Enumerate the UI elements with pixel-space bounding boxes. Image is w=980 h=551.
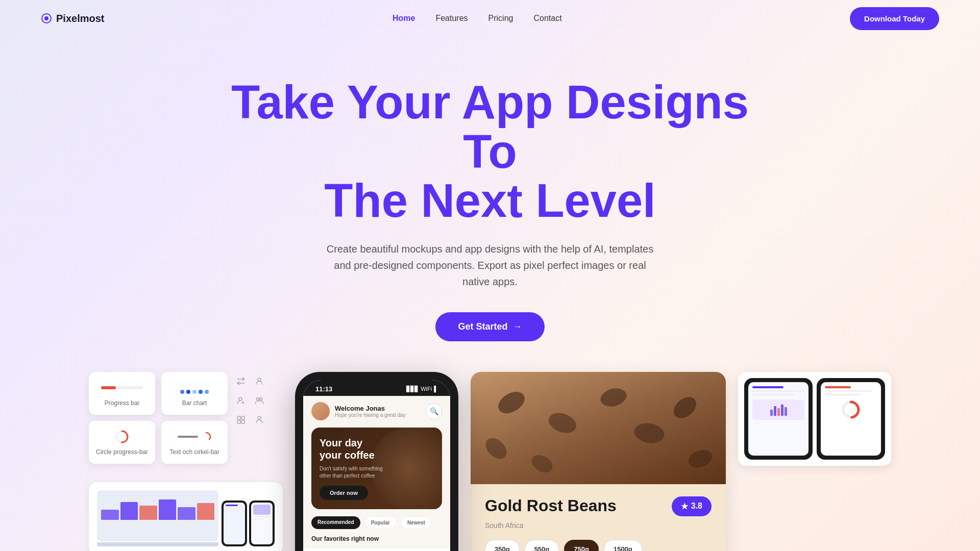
laptop-screen-preview — [97, 490, 218, 541]
hero-title: Take Your App Designs To The Next Level — [209, 78, 771, 226]
signal-icon: ▊▊▊ — [406, 386, 419, 392]
tab-newest[interactable]: Newest — [401, 516, 432, 529]
device-mockups-card — [89, 482, 283, 551]
product-origin: South Africa — [485, 521, 712, 530]
circle-progress-label: Circle progress-bar — [96, 448, 148, 456]
hero-section: Take Your App Designs To The Next Level … — [0, 37, 980, 372]
star-icon: ★ — [681, 502, 688, 511]
nav-features[interactable]: Features — [435, 14, 468, 22]
svg-point-1 — [44, 16, 48, 20]
size-options: 350g 550g 750g 1500g — [485, 540, 712, 551]
phone-collage-phones — [744, 378, 885, 460]
rating-value: 3.8 — [691, 502, 702, 511]
group-icon — [252, 374, 266, 388]
favorites-label: Our favorites right now — [311, 535, 442, 542]
phone-status-bar: 11:13 ▊▊▊ WiFi ▌ — [303, 380, 450, 396]
progress-bar-label: Progress bar — [105, 399, 140, 407]
svg-point-5 — [258, 378, 261, 381]
welcome-user: Welcome Jonas Hope you're having a great… — [311, 402, 406, 420]
nav-pricing[interactable]: Pricing — [488, 14, 513, 22]
collage-phone-1 — [744, 378, 813, 460]
mockups-section: Progress bar B — [0, 372, 980, 551]
size-550g[interactable]: 550g — [525, 540, 559, 551]
phone-collage-card — [738, 372, 891, 466]
text-circle-bar-visual — [168, 429, 220, 444]
svg-point-17 — [598, 386, 628, 409]
svg-rect-9 — [237, 416, 240, 419]
svg-point-16 — [482, 434, 511, 463]
logo-icon — [41, 13, 52, 24]
svg-point-21 — [686, 447, 715, 470]
svg-point-7 — [257, 397, 259, 400]
hero-subtitle: Create beautiful mockups and app designs… — [322, 241, 658, 290]
coffee-text: Your day your coffee Don't satisfy with … — [320, 437, 386, 500]
welcome-name: Welcome Jonas — [335, 405, 406, 412]
status-icons: ▊▊▊ WiFi ▌ — [406, 386, 438, 392]
coffee-hero-card: Your day your coffee Don't satisfy with … — [311, 428, 442, 509]
nav-contact[interactable]: Contact — [533, 14, 561, 22]
wifi-icon: WiFi — [421, 386, 432, 392]
get-started-button[interactable]: Get Started → — [435, 312, 544, 341]
phone-content: Welcome Jonas Hope you're having a great… — [303, 396, 450, 548]
tab-popular[interactable]: Popular — [364, 516, 397, 529]
icon-row-2 — [234, 393, 266, 408]
arrow-icon: → — [513, 321, 522, 332]
nav-home[interactable]: Home — [393, 14, 415, 22]
bar-chart-visual — [168, 380, 220, 395]
welcome-sub: Hope you're having a great day — [335, 412, 406, 418]
text-circle-bar-label: Text och cirkel-bar — [169, 448, 219, 456]
people-icon — [252, 413, 266, 427]
logo[interactable]: Pixelmost — [41, 13, 104, 24]
progress-bar-card: Progress bar — [89, 372, 155, 415]
svg-point-8 — [260, 397, 262, 400]
text-circle-bar-card: Text och cirkel-bar — [161, 421, 228, 464]
phone-screen: 11:13 ▊▊▊ WiFi ▌ Welcome Jonas — [303, 380, 450, 551]
svg-rect-11 — [237, 420, 240, 423]
product-header: Gold Rost Beans ★ 3.8 — [485, 496, 712, 516]
tab-recommended[interactable]: Recommended — [311, 516, 360, 529]
bar-chart-label: Bar chart — [182, 399, 207, 407]
size-1500g[interactable]: 1500g — [604, 540, 642, 551]
battery-icon: ▌ — [434, 386, 438, 392]
phone-mockup-wrapper: 11:13 ▊▊▊ WiFi ▌ Welcome Jonas — [295, 372, 458, 551]
size-750g[interactable]: 750g — [564, 540, 599, 551]
order-now-button[interactable]: Order now — [320, 486, 368, 500]
svg-rect-12 — [241, 420, 244, 423]
small-phone-mockups — [222, 500, 275, 546]
download-today-button[interactable]: Download Today — [850, 7, 939, 30]
welcome-row: Welcome Jonas Hope you're having a great… — [311, 402, 442, 420]
icon-row-1 — [234, 374, 266, 388]
ui-components-panel: Progress bar B — [89, 372, 283, 551]
navbar: Pixelmost Home Features Pricing Contact … — [0, 0, 980, 37]
users-icon — [252, 393, 266, 408]
logo-text: Pixelmost — [56, 13, 104, 24]
phone-mockup: 11:13 ▊▊▊ WiFi ▌ Welcome Jonas — [295, 372, 458, 551]
rating-badge: ★ 3.8 — [672, 496, 712, 516]
svg-point-18 — [632, 421, 666, 445]
product-name: Gold Rost Beans — [485, 496, 617, 515]
user-avatar — [311, 402, 330, 420]
grid-icon — [234, 413, 248, 427]
svg-point-4 — [202, 433, 210, 441]
product-info-area: Gold Rost Beans ★ 3.8 South Africa 350g … — [471, 484, 726, 551]
svg-point-6 — [239, 397, 242, 400]
svg-point-20 — [528, 452, 555, 476]
status-time: 11:13 — [315, 385, 332, 393]
bar-chart-card: Bar chart — [161, 372, 228, 415]
ui-components-grid: Progress bar B — [89, 372, 228, 464]
icon-row-3 — [234, 413, 266, 427]
svg-point-13 — [258, 416, 261, 419]
get-started-label: Get Started — [458, 321, 507, 332]
phone-search-button[interactable]: 🔍 — [426, 403, 442, 419]
coffee-subtitle: Don't satisfy with something other than … — [320, 465, 386, 480]
svg-point-19 — [670, 393, 700, 422]
svg-rect-10 — [241, 416, 244, 419]
svg-point-15 — [546, 409, 579, 436]
size-350g[interactable]: 350g — [485, 540, 520, 551]
product-card: Gold Rost Beans ★ 3.8 South Africa 350g … — [471, 372, 726, 551]
icons-column — [234, 372, 266, 427]
circle-progress-card: Circle progress-bar — [89, 421, 155, 464]
phone-tabs: Recommended Popular Newest — [311, 516, 442, 529]
nav-links: Home Features Pricing Contact — [393, 14, 562, 23]
progress-bar-visual — [96, 380, 148, 395]
